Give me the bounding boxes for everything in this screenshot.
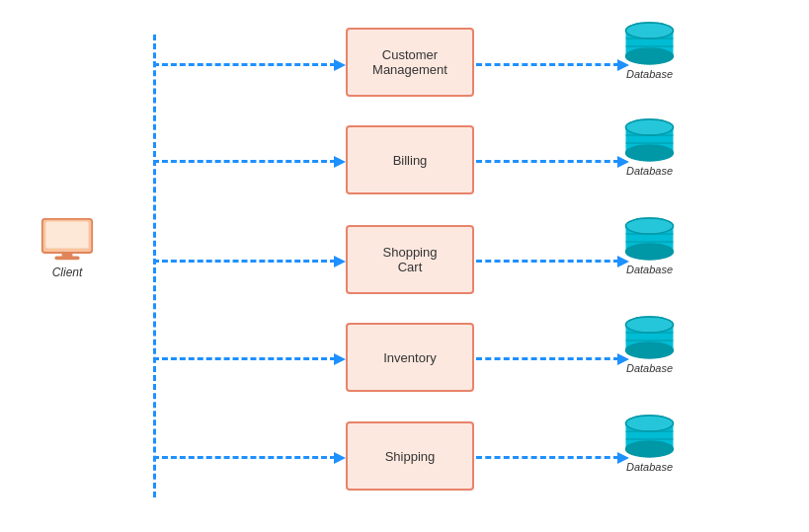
- svg-point-19: [626, 218, 674, 234]
- db-shipping: Database: [622, 415, 677, 473]
- db-customer-icon: [622, 22, 677, 66]
- db-inventory-label: Database: [626, 362, 673, 374]
- arrow-to-inventory: [153, 357, 336, 360]
- vertical-connector: [153, 35, 156, 497]
- svg-point-12: [626, 145, 674, 161]
- arrow-to-billing: [153, 160, 336, 163]
- db-shipping-label: Database: [626, 461, 673, 473]
- db-shipping-icon: [622, 415, 677, 459]
- client-label: Client: [52, 266, 83, 279]
- svg-point-30: [626, 441, 674, 457]
- db-shopping-cart-icon: [622, 217, 677, 262]
- service-shopping-cart-label: ShoppingCart: [383, 245, 438, 274]
- svg-point-7: [626, 23, 674, 38]
- db-inventory-icon: [622, 316, 677, 360]
- client-node: Client: [38, 217, 97, 279]
- svg-point-13: [626, 119, 674, 135]
- svg-point-25: [626, 317, 674, 333]
- service-customer-management: CustomerManagement: [346, 28, 474, 97]
- db-shopping-cart-label: Database: [626, 264, 673, 275]
- svg-point-6: [626, 48, 674, 64]
- diagram-container: Client CustomerManagement Database Billi…: [0, 0, 809, 532]
- svg-point-31: [626, 416, 674, 431]
- service-shipping: Shipping: [346, 421, 474, 491]
- arrow-to-db-inventory: [476, 357, 619, 360]
- service-shopping-cart: ShoppingCart: [346, 225, 474, 294]
- db-customer-label: Database: [626, 68, 673, 80]
- svg-point-18: [626, 244, 674, 260]
- service-inventory: Inventory: [346, 323, 474, 392]
- arrow-to-shopping-cart: [153, 260, 336, 263]
- svg-rect-1: [45, 222, 88, 249]
- service-inventory-label: Inventory: [383, 350, 436, 365]
- service-billing: Billing: [346, 125, 474, 194]
- arrow-to-db-shopping-cart: [476, 260, 619, 263]
- db-shopping-cart: Database: [622, 217, 677, 275]
- svg-rect-3: [54, 257, 79, 261]
- arrow-to-db-customer: [476, 63, 619, 66]
- arrow-to-db-shipping: [476, 456, 619, 459]
- service-billing-label: Billing: [393, 153, 428, 168]
- db-billing: Database: [622, 118, 677, 177]
- db-billing-label: Database: [626, 165, 673, 177]
- svg-point-24: [626, 342, 674, 358]
- db-billing-icon: [622, 118, 677, 163]
- db-inventory: Database: [622, 316, 677, 374]
- service-customer-management-label: CustomerManagement: [372, 47, 447, 77]
- db-customer: Database: [622, 22, 677, 80]
- arrow-to-db-billing: [476, 160, 619, 163]
- arrow-to-customer: [153, 63, 336, 66]
- arrow-to-shipping: [153, 456, 336, 459]
- service-shipping-label: Shipping: [385, 449, 436, 464]
- monitor-icon: [38, 217, 97, 262]
